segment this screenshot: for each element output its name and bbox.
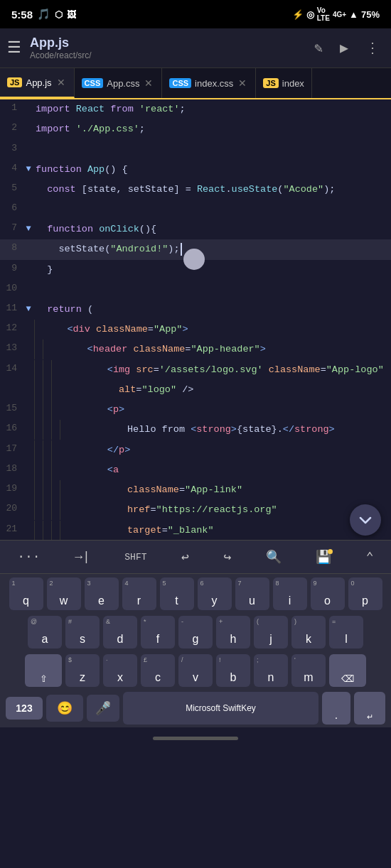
key-s[interactable]: #s [65,616,100,649]
key-h[interactable]: +h [216,616,250,649]
code-line-20: 20 href="https://reactjs.org" [0,500,391,520]
code-line-18: 18 <a [0,460,391,480]
key-y[interactable]: 6y [198,577,232,610]
code-line-19: 19 className="App-link" [0,480,391,500]
code-line-8: 8 setState("Android!"); [0,239,391,259]
key-b[interactable]: !b [216,654,250,687]
redo-icon: ↪ [223,549,231,565]
code-line-11: 11 ▼ return ( [0,300,391,320]
ellipsis-icon: ··· [17,550,40,564]
toolbar-shift-btn[interactable]: SHFT [117,548,154,567]
home-indicator [0,727,391,749]
battery-level: 75% [361,9,380,20]
tab-css-badge-2: CSS [169,78,191,88]
key-period[interactable]: . [322,692,350,725]
more-options-icon[interactable]: ⋮ [361,35,384,61]
tab-js-badge-2: JS [263,78,278,88]
code-line-10: 10 [0,280,391,300]
screen-mirror-icon: ⬡ [55,9,63,20]
key-e[interactable]: 3e [85,577,119,610]
key-n[interactable]: ;n [254,654,288,687]
key-g[interactable]: -g [178,616,213,649]
spotify-icon: 🎵 [37,8,50,21]
code-line-6: 6 [0,200,391,219]
bluetooth-icon: ⚡ [292,9,304,20]
run-icon[interactable]: ▶ [336,35,353,61]
code-line-14b: alt="logo" /> [0,380,391,400]
key-i[interactable]: 8i [273,577,307,610]
keyboard-row-3: ⇧ $z ·x £c /v !b ;n 'm ⌫ [0,651,391,689]
tab-appjs[interactable]: JS App.js ✕ [0,68,75,98]
code-line-5: 5 const [state, setState] = React.useSta… [0,180,391,200]
tab-appcss[interactable]: CSS App.css ✕ [75,68,163,98]
key-p[interactable]: 0p [348,577,382,610]
key-emoji[interactable]: 😊 [46,695,83,722]
key-mic[interactable]: 🎤 [87,695,119,722]
key-l[interactable]: =l [329,616,363,649]
search-icon: 🔍 [266,549,282,565]
key-shift[interactable]: ⇧ [25,654,62,687]
keyboard-row-2: @a #s &d *f -g +h (j )k =l [0,612,391,651]
tab-appcss-close[interactable]: ✕ [143,77,154,89]
hamburger-menu-icon[interactable]: ☰ [7,38,21,58]
location-icon: ◎ [306,9,314,20]
scroll-down-button[interactable] [350,504,381,536]
toolbar-redo-btn[interactable]: ↪ [216,545,238,569]
toolbar-keyboard-hide-btn[interactable]: ⌃ [359,545,381,569]
code-line-17: 17 </p> [0,440,391,460]
undo-icon: ↩ [181,549,189,565]
toolbar-ellipsis-btn[interactable]: ··· [10,546,47,568]
key-z[interactable]: $z [65,654,100,687]
tab-indexjs[interactable]: JS index [256,68,312,98]
key-m[interactable]: 'm [291,654,326,687]
shift-icon: SHFT [124,552,146,563]
signal-4g-icon: 4G+ [333,11,346,18]
key-space[interactable]: Microsoft SwiftKey [123,692,318,725]
key-w[interactable]: 2w [47,577,81,610]
toolbar-undo-btn[interactable]: ↩ [174,545,196,569]
code-line-14: 14 <img src='/assets/logo.svg' className… [0,360,391,380]
status-time: 5:58 [11,9,33,21]
tab-indexcss[interactable]: CSS index.css ✕ [162,68,256,98]
key-j[interactable]: (j [254,616,288,649]
code-line-2: 2 import './App.css'; [0,119,391,139]
volte-indicator: VoLTE [317,6,330,22]
key-d[interactable]: &d [103,616,137,649]
keyboard-hide-icon: ⌃ [366,549,374,565]
code-editor[interactable]: 1 import React from 'react'; 2 import '.… [0,99,391,540]
key-o[interactable]: 9o [311,577,345,610]
toolbar-save-btn[interactable]: 💾 [309,545,338,569]
file-name: App.js [30,36,301,50]
key-alt-punct[interactable]: ↵ [354,692,385,725]
code-line-15: 15 <p> [0,400,391,420]
code-line-21: 21 target="_blank" [0,521,391,541]
key-k[interactable]: )k [291,616,326,649]
code-line-13: 13 <header className="App-header"> [0,340,391,359]
key-delete[interactable]: ⌫ [329,654,366,687]
code-line-7: 7 ▼ function onClick(){ [0,219,391,239]
key-v[interactable]: /v [178,654,213,687]
toolbar-tab-btn[interactable]: →| [68,546,97,568]
keyboard: 1q 2w 3e 4r 5t 6y 7u 8i 9o 0p @a #s &d *… [0,574,391,727]
toolbar-search-btn[interactable]: 🔍 [259,545,289,569]
tab-appcss-label: App.css [107,78,139,89]
code-line-1: 1 import React from 'react'; [0,99,391,119]
edit-icon[interactable]: ✎ [310,35,327,61]
key-u[interactable]: 7u [235,577,269,610]
key-x[interactable]: ·x [103,654,137,687]
key-num-toggle[interactable]: 123 [6,697,43,720]
signal-bars-icon: ▲ [349,9,358,20]
tab-indexcss-close[interactable]: ✕ [237,77,248,89]
save-icon: 💾 [316,549,331,565]
file-path: Acode/react/src/ [30,50,301,60]
key-a[interactable]: @a [28,616,62,649]
tab-appjs-close[interactable]: ✕ [55,77,67,88]
status-right: ⚡ ◎ VoLTE 4G+ ▲ 75% [292,6,380,22]
key-q[interactable]: 1q [9,577,43,610]
key-r[interactable]: 4r [122,577,156,610]
key-c[interactable]: £c [141,654,175,687]
key-f[interactable]: *f [141,616,175,649]
cursor-handle[interactable] [183,249,205,270]
tab-appjs-label: App.js [26,77,51,88]
key-t[interactable]: 5t [160,577,194,610]
